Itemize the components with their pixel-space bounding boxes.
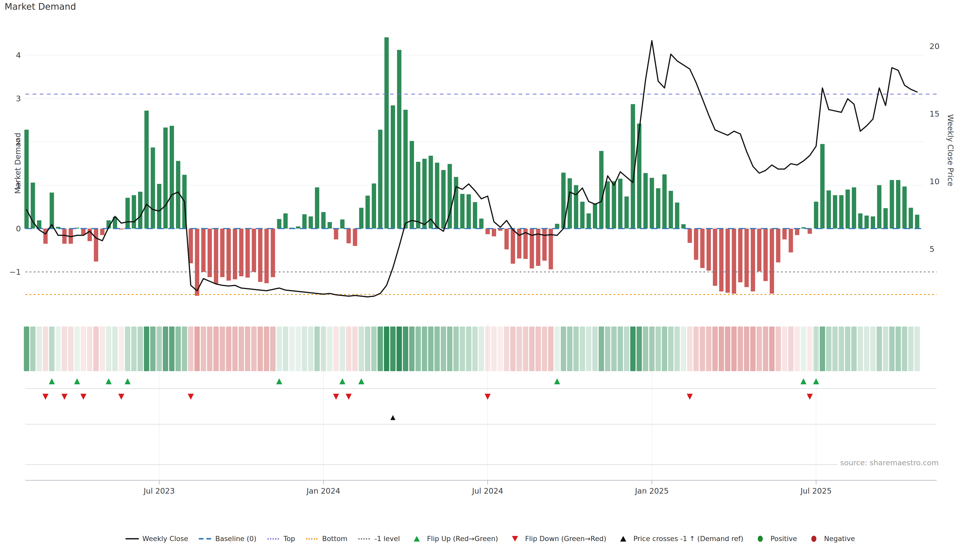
heatmap-cell (327, 327, 332, 371)
heatmap-cell (415, 327, 421, 371)
left-tick-label: 2 (16, 137, 21, 146)
heatmap-cell (902, 327, 907, 371)
negative-demand-bar (504, 229, 509, 249)
heatmap-cell (49, 327, 55, 371)
heatmap-cell (30, 327, 35, 371)
heatmap-cell (194, 327, 200, 371)
heatmap-cell (479, 327, 484, 371)
legend-item: Weekly Close (125, 535, 188, 543)
heatmap-cell (245, 327, 250, 371)
heatmap-cell (567, 327, 573, 371)
heatmap-cell (87, 327, 92, 371)
flip-up-marker-icon (74, 378, 80, 384)
negative-demand-bar (227, 229, 231, 281)
legend-item: Flip Down (Green→Red) (508, 535, 606, 543)
heatmap-cell (409, 327, 414, 371)
positive-demand-bar (871, 216, 875, 229)
positive-demand-bar (416, 162, 420, 229)
heatmap-cell (428, 327, 434, 371)
flip-up-marker-icon (106, 378, 111, 384)
heatmap-cell (858, 327, 863, 371)
heatmap-cell (201, 327, 206, 371)
negative-demand-bar (770, 229, 774, 294)
legend-label: -1 level (374, 535, 400, 543)
left-tick-label: 3 (16, 94, 21, 103)
legend-dot-icon (753, 535, 767, 543)
negative-demand-bar (783, 229, 787, 240)
heatmap-cell (548, 327, 554, 371)
negative-demand-bar (745, 229, 749, 287)
positive-demand-bar (593, 203, 597, 229)
heatmap-cell (188, 327, 193, 371)
heatmap-cell (396, 327, 402, 371)
legend-item: Price crosses -1 ↑ (Demand ref) (616, 535, 743, 543)
flip-down-marker-icon (687, 394, 693, 400)
positive-demand-bar (669, 191, 673, 229)
heatmap-cell (744, 327, 749, 371)
positive-demand-bar (845, 189, 850, 229)
heatmap-cell (655, 327, 661, 371)
legend-label: Top (283, 535, 295, 543)
positive-demand-bar (606, 181, 610, 229)
legend-dot-icon (807, 535, 821, 543)
positive-demand-bar (138, 192, 142, 229)
negative-demand-bar (252, 229, 256, 272)
positive-demand-bar (441, 170, 445, 229)
heatmap-cell (176, 327, 181, 371)
heatmap-cell (333, 327, 339, 371)
legend-dashes-icon (198, 535, 212, 543)
heatmap-cell (239, 327, 244, 371)
positive-demand-bar (883, 208, 888, 229)
negative-demand-bar (707, 229, 711, 271)
heatmap-cell (340, 327, 345, 371)
negative-demand-bar (264, 229, 269, 283)
positive-demand-bar (359, 208, 363, 229)
legend-label: Flip Down (Green→Red) (525, 535, 606, 543)
heatmap-cell (403, 327, 408, 371)
legend-item: Positive (753, 535, 797, 543)
flip-up-marker-icon (276, 378, 282, 384)
heatmap-cell (473, 327, 478, 371)
heatmap-cell (782, 327, 788, 371)
heatmap-cell (643, 327, 648, 371)
legend-triangle-down-icon (508, 535, 522, 543)
flip-down-marker-icon (80, 394, 86, 400)
heatmap-cell (346, 327, 352, 371)
heatmap-cell (283, 327, 288, 371)
heatmap-cell (226, 327, 231, 371)
flip-down-marker-icon (62, 394, 67, 400)
heatmap-cell (592, 327, 598, 371)
heatmap-cell (820, 327, 825, 371)
heatmap-cell (119, 327, 124, 371)
heatmap-cell (365, 327, 370, 371)
legend-dots-icon (357, 535, 371, 543)
x-tick-label: Jul 2024 (472, 486, 503, 495)
heatmap-cell (788, 327, 794, 371)
positive-demand-bar (391, 105, 395, 229)
legend-line-icon (125, 535, 139, 543)
heatmap-cell (712, 327, 718, 371)
market-demand-chart: Jul 2023Jan 2024Jul 2024Jan 2025Jul 2025… (0, 0, 980, 551)
negative-demand-bar (808, 229, 812, 233)
positive-demand-bar (890, 180, 894, 229)
positive-demand-bar (422, 159, 427, 229)
market-demand-dashboard: Market Demand Market Demand Weekly Close… (0, 0, 980, 551)
heatmap-cell (485, 327, 490, 371)
negative-demand-bar (751, 229, 755, 292)
reference-lines (25, 94, 937, 294)
positive-demand-bar (675, 203, 679, 229)
heatmap-cell (138, 327, 143, 371)
x-tick-label: Jan 2025 (635, 486, 669, 495)
flip-up-marker-icon (49, 378, 55, 384)
negative-demand-bar (776, 229, 780, 262)
negative-demand-bar (485, 229, 490, 234)
heatmap-cell (352, 327, 358, 371)
negative-demand-bar (271, 229, 275, 277)
heatmap-cell (182, 327, 187, 371)
heatmap-cell (378, 327, 383, 371)
heatmap-cell (668, 327, 673, 371)
heatmap-cell (169, 327, 175, 371)
legend-item: Bottom (305, 535, 347, 543)
positive-demand-bar (681, 224, 686, 229)
positive-demand-bar (410, 141, 414, 229)
